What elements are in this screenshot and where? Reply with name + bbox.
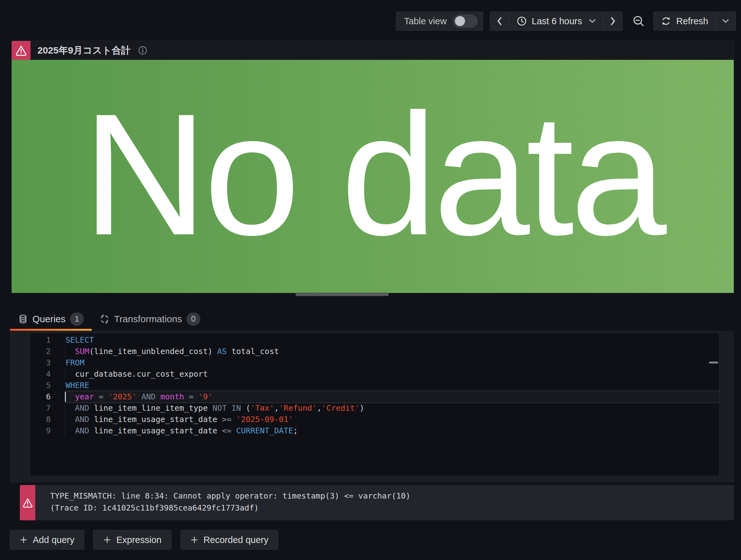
- code-token: SELECT: [66, 336, 94, 345]
- code-line-4[interactable]: 4cur_database.cur_cost_export: [30, 368, 719, 380]
- table-view-group: Table view: [396, 12, 483, 30]
- code-token: line_item_line_item_type: [94, 404, 212, 413]
- code-text: AND line_item_usage_start_date <= CURREN…: [65, 425, 719, 436]
- code-token: AND: [75, 426, 94, 435]
- table-view-toggle[interactable]: [453, 14, 478, 28]
- code-token: AS: [217, 347, 227, 356]
- expression-button[interactable]: Expression: [93, 530, 171, 550]
- code-token: SUM: [75, 347, 89, 356]
- overview-ruler-mark: [709, 362, 718, 363]
- code-token: ': [208, 392, 213, 401]
- code-text: WHERE: [65, 380, 719, 391]
- code-line-5[interactable]: 5WHERE: [30, 380, 719, 391]
- recorded-query-button[interactable]: Recorded query: [181, 530, 278, 550]
- code-token: 9: [203, 392, 208, 401]
- code-token: Refund: [283, 404, 312, 413]
- tab-queries-label: Queries: [32, 314, 66, 325]
- code-token: ': [132, 392, 137, 401]
- refresh-label: Refresh: [676, 16, 708, 26]
- code-token: <=: [222, 426, 236, 435]
- clock-icon: [516, 16, 527, 26]
- code-token: ;: [293, 426, 298, 435]
- sql-code-editor[interactable]: 1SELECT2SUM(line_item_unblended_cost) AS…: [30, 333, 720, 476]
- code-token: (: [246, 404, 251, 413]
- tab-transformations[interactable]: Transformations 0: [92, 307, 208, 331]
- line-number: 2: [30, 346, 65, 357]
- refresh-icon: [661, 16, 671, 26]
- chevron-right-icon: [609, 16, 617, 26]
- line-number: 6: [30, 391, 65, 403]
- code-token: NOT IN: [213, 404, 246, 413]
- code-text: AND line_item_usage_start_date >= '2025-…: [65, 414, 719, 425]
- line-number: 4: [30, 368, 65, 380]
- panel-resize-handle[interactable]: [295, 293, 389, 296]
- time-range-back-button[interactable]: [490, 12, 509, 30]
- code-line-9[interactable]: 9AND line_item_usage_start_date <= CURRE…: [30, 425, 719, 436]
- code-line-7[interactable]: 7AND line_item_line_item_type NOT IN ('T…: [30, 403, 719, 414]
- zoom-out-time-range-button[interactable]: [629, 12, 648, 30]
- code-token: ': [312, 404, 317, 413]
- tab-transformations-badge: 0: [187, 312, 200, 326]
- code-text: AND line_item_line_item_type NOT IN ('Ta…: [65, 403, 719, 414]
- code-token: ': [279, 404, 283, 413]
- code-token: ): [359, 404, 364, 413]
- expression-label: Expression: [116, 535, 161, 545]
- line-number: 3: [30, 357, 65, 368]
- refresh-interval-dropdown[interactable]: [715, 12, 736, 30]
- code-line-1[interactable]: 1SELECT: [30, 335, 719, 346]
- editor-tabbar: Queries 1 Transformations 0: [0, 307, 741, 331]
- code-token: ': [236, 415, 241, 424]
- time-range-forward-button[interactable]: [603, 12, 622, 30]
- code-line-3[interactable]: 3FROM: [30, 357, 719, 368]
- error-message-body: TYPE_MISMATCH: line 8:34: Cannot apply o…: [35, 485, 734, 520]
- panel-error-indicator[interactable]: [12, 41, 30, 60]
- add-query-label: Add query: [33, 535, 74, 545]
- info-icon[interactable]: [138, 45, 148, 56]
- query-footer-actions: Add query Expression Recorded query: [10, 530, 278, 550]
- code-token: ,: [317, 404, 322, 413]
- panel-header[interactable]: 2025年9月コスト合計: [12, 41, 734, 60]
- code-text: SELECT: [65, 335, 719, 346]
- chevron-left-icon: [496, 16, 503, 26]
- code-token: =: [184, 392, 198, 401]
- code-line-2[interactable]: 2SUM(line_item_unblended_cost) AS total_…: [30, 346, 719, 357]
- code-token: month: [160, 392, 184, 401]
- code-line-6[interactable]: 6year = '2025' AND month = '9': [30, 391, 719, 403]
- plus-icon: [103, 536, 111, 544]
- code-line-8[interactable]: 8AND line_item_usage_start_date >= '2025…: [30, 414, 719, 425]
- tab-queries[interactable]: Queries 1: [10, 307, 92, 331]
- warning-triangle-icon: [15, 45, 27, 56]
- code-token: ': [251, 404, 255, 413]
- code-token: ,: [274, 404, 279, 413]
- code-token: >=: [222, 415, 236, 424]
- tab-queries-badge: 1: [70, 312, 84, 326]
- magnifier-minus-icon: [632, 14, 645, 28]
- code-lines: 1SELECT2SUM(line_item_unblended_cost) AS…: [30, 335, 719, 436]
- panel-visualization: No data: [12, 60, 734, 293]
- refresh-button[interactable]: Refresh: [654, 12, 715, 30]
- panel: 2025年9月コスト合計 No data: [11, 41, 734, 293]
- refresh-group: Refresh: [654, 12, 736, 30]
- error-trace-id: (Trace ID: 1c41025c11bf3985cea6429fc1773…: [50, 502, 734, 514]
- code-token: total_cost: [227, 347, 279, 356]
- tab-transformations-label: Transformations: [114, 314, 182, 325]
- code-token: line_item_usage_start_date: [94, 426, 222, 435]
- code-text: cur_database.cur_cost_export: [65, 368, 719, 380]
- query-editor-row: 1SELECT2SUM(line_item_unblended_cost) AS…: [10, 331, 734, 483]
- time-range-picker-button[interactable]: Last 6 hours: [509, 12, 603, 30]
- line-number: 8: [30, 414, 65, 425]
- code-token: ': [288, 415, 293, 424]
- line-number: 1: [30, 335, 65, 346]
- transform-icon: [99, 314, 110, 324]
- no-data-text: No data: [82, 75, 663, 274]
- add-query-button[interactable]: Add query: [10, 530, 84, 550]
- code-token: line_item_unblended_cost: [94, 347, 208, 356]
- line-number: 9: [30, 425, 65, 436]
- panel-title: 2025年9月コスト合計: [38, 44, 131, 57]
- code-token: (: [89, 347, 94, 356]
- code-token: AND: [75, 415, 94, 424]
- time-range-group: Last 6 hours: [490, 12, 623, 30]
- time-range-label: Last 6 hours: [532, 16, 582, 26]
- toolbar: Table view Last 6 hours Refresh: [396, 12, 736, 30]
- code-token: Credit: [326, 404, 355, 413]
